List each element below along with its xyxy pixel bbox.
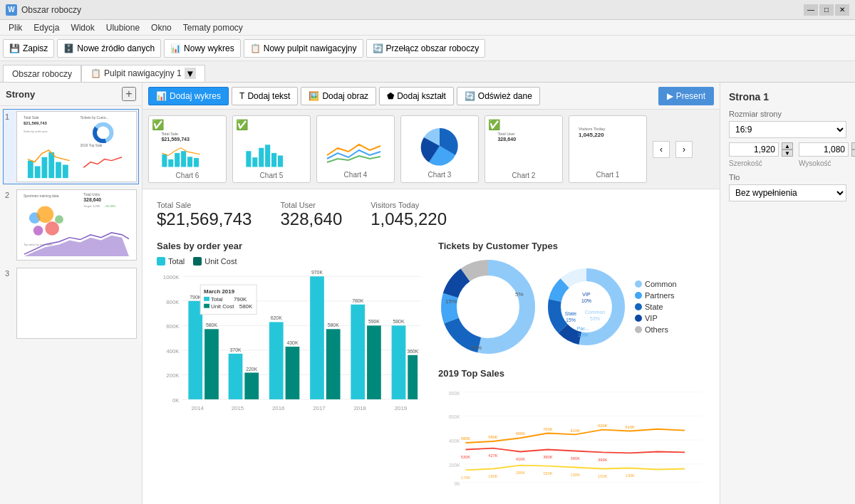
main-toolbar: 💾 Zapisz 🗄️ Nowe źródło danych 📊 Nowy wy… [0, 36, 855, 61]
svg-text:399K: 399K [598, 458, 608, 462]
tab-workspace-label: Obszar roboczy [12, 69, 72, 79]
width-up-button[interactable]: ▲ [782, 142, 793, 149]
svg-rect-35 [259, 148, 264, 167]
height-input[interactable] [799, 142, 849, 157]
svg-rect-88 [204, 297, 209, 301]
svg-text:580K: 580K [461, 436, 471, 441]
refresh-button[interactable]: 🔄 Odśwież dane [457, 87, 540, 105]
svg-text:60%: 60% [520, 309, 532, 315]
add-shape-button[interactable]: ⬟ Dodaj kształt [379, 87, 454, 105]
svg-text:130K: 130K [626, 473, 636, 478]
window-controls[interactable]: — □ ✕ [804, 4, 849, 16]
close-button[interactable]: ✕ [835, 4, 849, 16]
present-button[interactable]: ▶ Present [658, 87, 714, 105]
menu-help[interactable]: Tematy pomocy [177, 21, 249, 34]
tickets-legend: Common Partners State [635, 280, 677, 334]
svg-text:0K: 0K [455, 482, 461, 487]
svg-rect-91 [204, 304, 209, 308]
svg-rect-72 [351, 305, 365, 399]
svg-text:53%: 53% [590, 316, 600, 321]
save-icon: 💾 [9, 43, 20, 53]
new-chart-button[interactable]: 📊 Nowy wykres [164, 39, 241, 58]
svg-point-100 [465, 283, 512, 330]
menu-window[interactable]: Okno [145, 21, 177, 34]
svg-text:580K: 580K [239, 303, 253, 310]
tickets-chart-area: 5% 15% 60% 20% [438, 257, 705, 357]
legend-common: Common [635, 280, 677, 288]
dashboard-tab-icon: 📋 [90, 68, 101, 78]
size-select[interactable]: 16:9 [729, 121, 846, 138]
tab-workspace[interactable]: Obszar roboczy [3, 65, 81, 82]
legend-unit-cost-dot [193, 257, 202, 266]
save-button[interactable]: 💾 Zapisz [3, 39, 54, 58]
legend-common-label: Common [645, 280, 677, 288]
svg-text:610K: 610K [626, 425, 636, 429]
svg-text:390K: 390K [543, 455, 553, 459]
kpi-total-user-label: Total User [280, 201, 342, 209]
chart-thumb-6[interactable]: ✅ Total Sale $21,569,743 Chart 6 [148, 115, 227, 183]
chart-thumb-1[interactable]: Visitors Today 1,045,220 Chart 1 [569, 115, 647, 183]
refresh-label: Odśwież dane [478, 91, 532, 101]
svg-text:580K: 580K [393, 319, 404, 324]
chart-thumb-4[interactable]: Chart 4 [316, 115, 395, 183]
legend-state-label: State [645, 303, 663, 311]
chart-thumb-2[interactable]: ✅ Total User 328,640 Chart 2 [484, 115, 563, 183]
svg-rect-73 [367, 325, 381, 399]
menu-edit[interactable]: Edycja [28, 21, 65, 34]
chart-thumb-3[interactable]: Chart 3 [400, 115, 479, 183]
height-up-button[interactable]: ▲ [851, 142, 855, 149]
gallery-prev-button[interactable]: ‹ [653, 141, 670, 158]
kpi-total-sale: Total Sale $21,569,743 [157, 201, 252, 229]
svg-text:15%: 15% [445, 298, 457, 305]
page-item-1[interactable]: 1 Total Sale $21,569,743 Tickets by Cust… [3, 109, 139, 184]
svg-text:Total: Total [211, 296, 223, 303]
svg-text:220K: 220K [246, 367, 257, 372]
menu-favorites[interactable]: Ulubione [100, 21, 145, 34]
kpi-visitors: Visitors Today 1,045,220 [370, 201, 447, 229]
svg-text:+95.08%: +95.08% [105, 204, 116, 208]
svg-text:10%: 10% [581, 298, 591, 303]
chart-thumb-5[interactable]: ✅ Chart 5 [232, 115, 311, 183]
chart-3-label: Chart 3 [428, 171, 452, 179]
add-text-button[interactable]: T Dodaj tekst [232, 87, 298, 105]
svg-text:Sales by order year: Sales by order year [24, 130, 48, 133]
width-down-button[interactable]: ▼ [782, 149, 793, 157]
gallery-next-button[interactable]: › [675, 141, 693, 158]
maximize-button[interactable]: □ [819, 4, 834, 16]
svg-text:400K: 400K [449, 439, 460, 443]
bg-select[interactable]: Bez wypełnienia [729, 184, 846, 201]
legend-others: Others [635, 325, 677, 334]
svg-rect-31 [187, 157, 192, 167]
new-dashboard-button[interactable]: 📋 Nowy pulpit nawigacyjny [244, 39, 363, 58]
add-image-button[interactable]: 🖼️ Dodaj obraz [301, 87, 376, 105]
svg-text:Par...: Par... [577, 326, 589, 331]
app-title: Obszar roboczy [21, 5, 804, 15]
svg-text:328,640: 328,640 [83, 197, 101, 203]
menu-file[interactable]: Plik [3, 21, 28, 34]
legend-vip-label: VIP [645, 314, 658, 322]
minimize-button[interactable]: — [804, 4, 818, 16]
menu-view[interactable]: Widok [65, 21, 100, 34]
action-bar: 📊 Dodaj wykres T Dodaj tekst 🖼️ Dodaj ob… [142, 83, 720, 110]
width-input[interactable] [729, 142, 779, 157]
height-down-button[interactable]: ▼ [851, 149, 855, 157]
add-page-button[interactable]: + [122, 87, 136, 101]
height-input-row: ▲ ▼ [799, 142, 855, 157]
tab-dashboard[interactable]: 📋 Pulpit nawigacyjny 1 ▼ [81, 65, 205, 82]
new-source-button[interactable]: 🗄️ Nowe źródło danych [57, 39, 161, 58]
svg-text:2017: 2017 [313, 405, 326, 411]
svg-text:970K: 970K [311, 270, 323, 275]
page-item-2[interactable]: 2 Sportmen training data Total Units 328… [3, 187, 139, 263]
present-icon: ▶ [667, 91, 673, 101]
switch-area-button[interactable]: 🔄 Przełącz obszar roboczy [366, 39, 486, 58]
svg-text:State: State [565, 311, 576, 316]
check-icon-5: ✅ [236, 119, 248, 130]
svg-text:5%: 5% [515, 291, 524, 298]
width-spinner: ▲ ▼ [782, 142, 793, 157]
tab-dropdown-button[interactable]: ▼ [185, 68, 196, 79]
present-label: Present [676, 91, 705, 101]
svg-rect-61 [244, 372, 259, 399]
page-item-3[interactable]: 3 [3, 266, 139, 341]
add-chart-button[interactable]: 📊 Dodaj wykres [148, 87, 229, 105]
legend-others-dot [635, 326, 642, 333]
